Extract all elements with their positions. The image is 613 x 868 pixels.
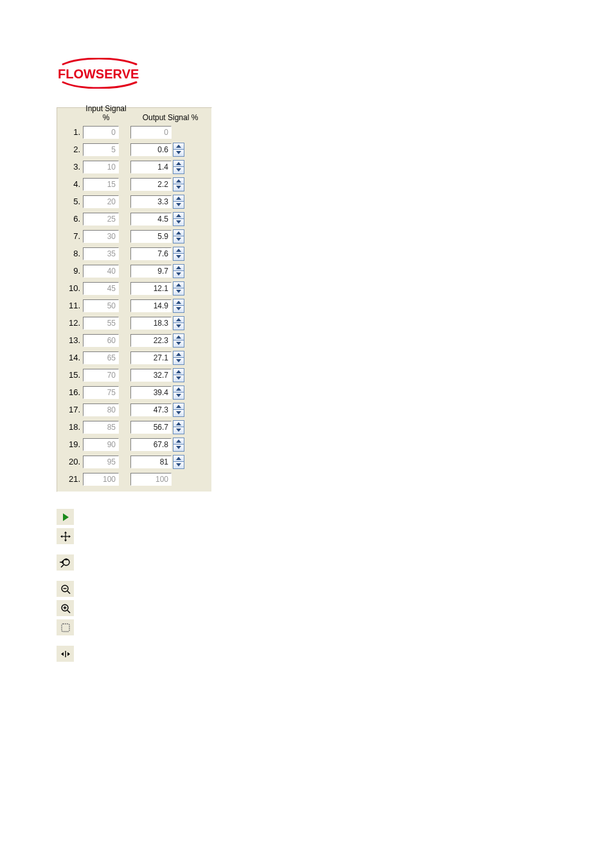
stepper-up-icon[interactable]: [173, 316, 184, 324]
stepper-up-icon[interactable]: [173, 160, 184, 168]
svg-marker-4: [176, 179, 181, 182]
stepper-down-icon[interactable]: [173, 236, 184, 244]
svg-marker-17: [176, 290, 181, 293]
stepper-down-icon[interactable]: [173, 445, 184, 452]
stepper-down-icon[interactable]: [173, 323, 184, 330]
output-stepper[interactable]: [173, 368, 184, 382]
svg-marker-24: [176, 353, 181, 356]
stepper-up-icon[interactable]: [173, 455, 184, 463]
stepper-down-icon[interactable]: [173, 358, 184, 365]
output-signal-field[interactable]: 67.8: [130, 438, 172, 451]
output-stepper[interactable]: [173, 160, 184, 174]
stepper-up-icon[interactable]: [173, 281, 184, 289]
output-stepper[interactable]: [173, 403, 184, 417]
stepper-up-icon[interactable]: [173, 420, 184, 428]
output-signal-field[interactable]: 18.3: [130, 317, 172, 330]
stepper-down-icon[interactable]: [173, 202, 184, 209]
output-stepper[interactable]: [173, 264, 184, 278]
output-stepper[interactable]: [173, 333, 184, 348]
output-stepper[interactable]: [173, 385, 184, 400]
stepper-up-icon[interactable]: [173, 177, 184, 185]
stepper-down-icon[interactable]: [173, 375, 184, 382]
stepper-up-icon[interactable]: [173, 247, 184, 254]
zoom-region-icon[interactable]: [57, 619, 74, 635]
stepper-up-icon[interactable]: [173, 438, 184, 445]
output-signal-field[interactable]: 81: [130, 456, 172, 468]
stepper-down-icon[interactable]: [173, 254, 184, 261]
input-signal-field: 5: [83, 143, 119, 156]
output-stepper[interactable]: [173, 212, 184, 226]
output-signal-field[interactable]: 22.3: [130, 334, 172, 347]
output-stepper[interactable]: [173, 229, 184, 244]
output-stepper[interactable]: [173, 438, 184, 452]
stepper-up-icon[interactable]: [173, 143, 184, 150]
stepper-down-icon[interactable]: [173, 410, 184, 417]
table-row: 8.357.6: [61, 245, 208, 262]
output-stepper[interactable]: [173, 177, 184, 191]
output-stepper[interactable]: [173, 143, 184, 157]
input-signal-field: 80: [83, 403, 119, 416]
output-stepper[interactable]: [173, 281, 184, 296]
stepper-up-icon[interactable]: [173, 385, 184, 393]
svg-marker-19: [176, 307, 181, 310]
table-row: 11.5014.9: [61, 297, 208, 314]
stepper-down-icon[interactable]: [173, 271, 184, 278]
play-icon[interactable]: [57, 509, 74, 525]
output-stepper[interactable]: [173, 455, 184, 469]
stepper-up-icon[interactable]: [173, 264, 184, 272]
output-stepper[interactable]: [173, 299, 184, 313]
stepper-up-icon[interactable]: [173, 351, 184, 359]
stepper-down-icon[interactable]: [173, 462, 184, 469]
stepper-up-icon[interactable]: [173, 299, 184, 306]
output-signal-field[interactable]: 47.3: [130, 403, 172, 416]
output-signal-field[interactable]: 56.7: [130, 421, 172, 434]
output-signal-field[interactable]: 3.3: [130, 195, 172, 208]
svg-marker-41: [64, 531, 67, 533]
svg-rect-57: [62, 624, 69, 632]
output-stepper[interactable]: [173, 420, 184, 434]
stepper-up-icon[interactable]: [173, 229, 184, 237]
stepper-down-icon[interactable]: [173, 341, 184, 348]
output-signal-field[interactable]: 5.9: [130, 230, 172, 243]
stepper-down-icon[interactable]: [173, 184, 184, 191]
stepper-up-icon[interactable]: [173, 333, 184, 341]
output-signal-field[interactable]: 1.4: [130, 161, 172, 173]
input-signal-field: 0: [83, 126, 119, 139]
output-stepper[interactable]: [173, 316, 184, 330]
output-signal-field[interactable]: 39.4: [130, 386, 172, 399]
stepper-down-icon[interactable]: [173, 427, 184, 434]
output-stepper[interactable]: [173, 247, 184, 261]
stepper-down-icon[interactable]: [173, 150, 184, 157]
output-signal-field[interactable]: 27.1: [130, 351, 172, 364]
brand-text: FLOWSERVE: [58, 67, 139, 81]
table-row: 14.6527.1: [61, 349, 208, 366]
move-icon[interactable]: [57, 528, 74, 544]
stepper-down-icon[interactable]: [173, 288, 184, 296]
output-signal-field[interactable]: 4.5: [130, 213, 172, 226]
stepper-down-icon[interactable]: [173, 167, 184, 174]
output-signal-field[interactable]: 12.1: [130, 282, 172, 295]
output-signal-field[interactable]: 7.6: [130, 247, 172, 260]
stepper-up-icon[interactable]: [173, 368, 184, 376]
zoom-reset-icon[interactable]: [57, 554, 74, 571]
output-signal-field[interactable]: 2.2: [130, 178, 172, 191]
stepper-down-icon[interactable]: [173, 306, 184, 313]
stepper-up-icon[interactable]: [173, 195, 184, 202]
stepper-down-icon[interactable]: [173, 219, 184, 226]
output-stepper[interactable]: [173, 351, 184, 365]
svg-marker-32: [176, 422, 181, 425]
zoom-out-icon[interactable]: [57, 581, 74, 597]
fit-width-icon[interactable]: [57, 646, 74, 662]
svg-marker-60: [67, 652, 70, 656]
output-stepper[interactable]: [173, 195, 184, 209]
output-signal-field[interactable]: 32.7: [130, 369, 172, 382]
output-signal-field[interactable]: 14.9: [130, 299, 172, 312]
stepper-up-icon[interactable]: [173, 403, 184, 411]
row-number: 21.: [61, 474, 83, 484]
stepper-up-icon[interactable]: [173, 212, 184, 220]
output-signal-field[interactable]: 9.7: [130, 265, 172, 278]
output-signal-field[interactable]: 0.6: [130, 143, 172, 156]
stepper-down-icon[interactable]: [173, 393, 184, 400]
zoom-in-icon[interactable]: [57, 600, 74, 616]
input-signal-field: 90: [83, 438, 119, 451]
